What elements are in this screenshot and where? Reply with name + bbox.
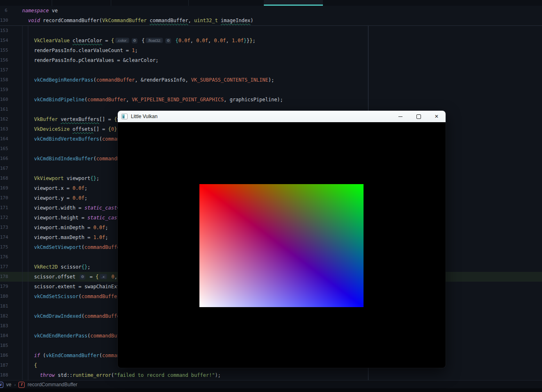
code-text: if (vkEndCommandBuffer(comman <box>22 351 120 360</box>
line-number[interactable]: 174 <box>0 232 7 242</box>
code-token <box>58 116 61 122</box>
line-number[interactable]: 163 <box>0 124 7 134</box>
line-number[interactable]: 169 <box>0 183 7 193</box>
line-number[interactable]: 164 <box>0 134 7 144</box>
minimize-icon <box>398 116 402 117</box>
line-number[interactable]: 181 <box>0 301 7 311</box>
line-number[interactable]: 182 <box>0 311 7 321</box>
minimize-button[interactable] <box>391 111 409 122</box>
code-token: viewport.height = <box>22 215 87 221</box>
close-button[interactable]: ✕ <box>428 111 446 122</box>
code-line[interactable]: 188 throw std::runtime_error("failed to … <box>0 370 542 380</box>
code-text: viewport.x = 0.0f; <box>22 183 87 193</box>
code-line[interactable]: 156 renderPassInfo.pClearValues = &clear… <box>0 55 542 65</box>
line-number[interactable]: 184 <box>0 331 7 341</box>
line-number[interactable]: 154 <box>0 36 7 46</box>
breadcrumb-namespace[interactable]: ve <box>6 382 11 387</box>
line-number[interactable]: 153 <box>0 26 7 36</box>
line-number[interactable]: 160 <box>0 95 7 105</box>
line-number[interactable]: 156 <box>0 55 7 65</box>
inlay-hint-icon: ⚙ <box>165 38 171 43</box>
code-token: scissor <box>58 264 82 270</box>
line-number[interactable]: 158 <box>0 75 7 85</box>
line-number[interactable]: 186 <box>0 351 7 360</box>
code-token: 0.0f <box>73 195 85 201</box>
line-number[interactable]: 166 <box>0 154 7 164</box>
code-text: VkDeviceSize offsets[] = {0}; <box>22 124 120 134</box>
bottom-strip <box>0 388 542 392</box>
line-number[interactable]: 171 <box>0 203 7 213</box>
render-viewport <box>118 122 446 368</box>
code-token: runtime_error <box>73 372 111 378</box>
code-token: ( <box>78 294 81 299</box>
line-number[interactable]: 130 <box>0 16 7 25</box>
line-number[interactable]: 161 <box>0 105 7 114</box>
line-number[interactable]: 177 <box>0 262 7 272</box>
code-line[interactable]: 130 void recordCommandBuffer(VkCommandBu… <box>0 16 542 25</box>
line-number[interactable]: 162 <box>0 114 7 124</box>
code-text: vkCmdSetScissor(commandBuffer <box>22 292 120 301</box>
code-text: renderPassInfo.pClearValues = &clearColo… <box>22 55 158 65</box>
namespace-icon: N <box>0 382 3 388</box>
line-number[interactable]: 175 <box>0 242 7 252</box>
code-token: , <box>188 18 194 23</box>
line-number[interactable]: 155 <box>0 46 7 55</box>
code-token: commandBuffer <box>150 18 188 23</box>
line-number[interactable]: 168 <box>0 173 7 183</box>
code-text: viewport.height = static_cast <box>22 213 120 223</box>
function-icon: f <box>18 382 25 388</box>
code-token: VkClearValue <box>34 38 70 43</box>
code-token <box>22 18 28 23</box>
code-line[interactable]: 160 vkCmdBindPipeline(commandBuffer, VK_… <box>0 95 542 105</box>
code-token: , <box>126 97 132 103</box>
line-number[interactable]: 6 <box>0 6 7 16</box>
line-number[interactable]: 185 <box>0 341 7 351</box>
line-number[interactable]: 176 <box>0 252 7 262</box>
code-token: vkCmdBindPipeline <box>34 97 85 103</box>
code-token: if <box>34 353 40 358</box>
code-token: ( <box>99 136 102 142</box>
code-token: static_cast <box>85 205 117 211</box>
tab-separator <box>188 0 189 6</box>
line-number[interactable]: 183 <box>0 321 7 331</box>
code-text: vkCmdBindPipeline(commandBuffer, VK_PIPE… <box>22 95 283 105</box>
code-token <box>172 38 175 43</box>
line-number[interactable]: 157 <box>0 65 7 75</box>
code-line[interactable]: 159 <box>0 85 542 95</box>
code-token: commandBuffe <box>85 313 120 319</box>
code-line[interactable]: 153 <box>0 26 542 36</box>
active-tab[interactable] <box>264 0 323 6</box>
code-token: recordCommandBuffer( <box>40 18 102 23</box>
code-line[interactable]: 157 <box>0 65 542 75</box>
line-number[interactable]: 170 <box>0 193 7 203</box>
code-text: viewport.maxDepth = 1.0f; <box>22 232 108 242</box>
code-text: vkCmdBindVertexBuffers(comman <box>22 134 120 144</box>
line-number[interactable]: 173 <box>0 223 7 232</box>
code-token: vkCmdDrawIndexed <box>34 313 82 319</box>
code-token: 0.0f <box>214 38 226 43</box>
window-title-bar[interactable]: Little Vulkan ✕ <box>118 111 446 122</box>
line-number[interactable]: 180 <box>0 292 7 301</box>
code-token: 0.0f <box>93 225 105 230</box>
code-token: ( <box>82 313 85 319</box>
line-number[interactable]: 188 <box>0 370 7 380</box>
code-token: viewport.width = <box>22 205 85 211</box>
line-number[interactable]: 187 <box>0 360 7 370</box>
line-number[interactable]: 172 <box>0 213 7 223</box>
code-line[interactable]: 6namespace ve <box>0 6 542 16</box>
breadcrumb-function[interactable]: recordCommandBuffer <box>27 382 77 387</box>
code-token: {} <box>82 264 87 270</box>
code-token: , <box>226 38 231 43</box>
line-number[interactable]: 178 <box>0 272 7 282</box>
maximize-button[interactable] <box>409 111 428 122</box>
line-number[interactable]: 167 <box>0 164 7 173</box>
app-icon <box>121 114 128 119</box>
code-line[interactable]: 154 VkClearValue clearColor = {.color:⚙ … <box>0 36 542 46</box>
line-number[interactable]: 179 <box>0 282 7 292</box>
line-number[interactable]: 159 <box>0 85 7 95</box>
code-token: throw <box>40 372 55 378</box>
code-token: commandBuffe <box>85 244 120 250</box>
code-line[interactable]: 158 vkCmdBeginRenderPass(commandBuffer, … <box>0 75 542 85</box>
line-number[interactable]: 165 <box>0 144 7 154</box>
code-line[interactable]: 155 renderPassInfo.clearValueCount = 1; <box>0 46 542 55</box>
